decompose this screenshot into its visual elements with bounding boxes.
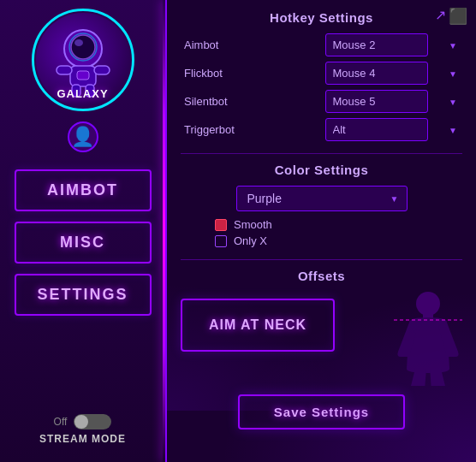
avatar-ring: GALAXY bbox=[32, 9, 134, 111]
svg-point-2 bbox=[74, 39, 83, 46]
human-silhouette bbox=[394, 292, 462, 386]
offsets-title: Offsets bbox=[181, 269, 462, 283]
smooth-label: Smooth bbox=[234, 218, 272, 231]
person-icon: 👤 bbox=[71, 126, 94, 148]
svg-point-10 bbox=[416, 292, 440, 316]
triggerbot-label: Triggerbot bbox=[181, 118, 318, 141]
triggerbot-select-wrapper: Alt Mouse 1 Mouse 2 Mouse 3 Mouse 4 Mous… bbox=[325, 118, 463, 141]
offsets-left: AIM AT NECK bbox=[181, 292, 385, 352]
flickbot-label: Flickbot bbox=[181, 62, 318, 85]
svg-point-1 bbox=[71, 35, 95, 59]
aimbot-select-wrapper: Mouse 2 Mouse 1 Mouse 3 Mouse 4 Mouse 5 … bbox=[325, 33, 463, 56]
sidebar-accent-line bbox=[163, 0, 165, 462]
aimbot-button[interactable]: AIMBOT bbox=[15, 169, 152, 211]
avatar-container: GALAXY bbox=[32, 9, 134, 111]
smooth-checkbox-row: Smooth bbox=[181, 218, 462, 231]
toggle-thumb bbox=[74, 415, 88, 429]
color-settings-title: Color Settings bbox=[181, 163, 462, 177]
silentbot-select[interactable]: Mouse 5 Mouse 1 Mouse 2 Mouse 3 Mouse 4 … bbox=[325, 90, 428, 113]
flickbot-select-wrapper: Mouse 4 Mouse 1 Mouse 2 Mouse 3 Mouse 5 … bbox=[325, 62, 463, 85]
save-settings-button[interactable]: Save Settings bbox=[238, 394, 405, 429]
brand-label: GALAXY bbox=[36, 87, 130, 100]
stream-toggle-row: Off bbox=[54, 414, 112, 429]
external-icon[interactable]: ⬛ bbox=[449, 7, 467, 26]
misc-button[interactable]: MISC bbox=[15, 222, 152, 264]
aimbot-label: Aimbot bbox=[181, 33, 318, 56]
hotkey-settings-title: Hotkey Settings bbox=[181, 10, 462, 25]
aim-at-neck-button[interactable]: AIM AT NECK bbox=[181, 299, 335, 352]
divider-2 bbox=[181, 259, 462, 260]
silentbot-label: Silentbot bbox=[181, 90, 318, 113]
user-icon: 👤 bbox=[68, 121, 98, 152]
hotkey-table: Aimbot Mouse 2 Mouse 1 Mouse 3 Mouse 4 M… bbox=[181, 33, 462, 141]
color-select-wrapper: Purple Red Blue Green Yellow bbox=[181, 186, 462, 211]
triggerbot-select[interactable]: Alt Mouse 1 Mouse 2 Mouse 3 Mouse 4 Mous… bbox=[325, 118, 428, 141]
svg-rect-8 bbox=[77, 71, 89, 80]
svg-rect-5 bbox=[94, 66, 110, 74]
save-settings-wrap: Save Settings bbox=[181, 394, 462, 429]
arrow-out-icon[interactable]: ↗ bbox=[435, 7, 446, 23]
silentbot-select-wrapper: Mouse 5 Mouse 1 Mouse 2 Mouse 3 Mouse 4 … bbox=[325, 90, 463, 113]
flickbot-select[interactable]: Mouse 4 Mouse 1 Mouse 2 Mouse 3 Mouse 5 … bbox=[325, 62, 428, 85]
color-settings-section: Color Settings Purple Red Blue Green Yel… bbox=[181, 163, 462, 247]
stream-mode-section: Off STREAM MODE bbox=[39, 414, 126, 453]
smooth-checkbox[interactable] bbox=[215, 219, 227, 231]
divider-1 bbox=[181, 153, 462, 154]
avatar-inner: GALAXY bbox=[36, 13, 130, 107]
stream-mode-label: STREAM MODE bbox=[39, 433, 126, 445]
aimbot-select[interactable]: Mouse 2 Mouse 1 Mouse 3 Mouse 4 Mouse 5 … bbox=[325, 33, 428, 56]
settings-button[interactable]: SETTINGS bbox=[15, 274, 152, 316]
offsets-row: AIM AT NECK bbox=[181, 292, 462, 386]
stream-off-label: Off bbox=[54, 416, 68, 428]
color-select[interactable]: Purple Red Blue Green Yellow bbox=[236, 186, 408, 211]
svg-rect-4 bbox=[57, 66, 72, 74]
only-x-label: Only X bbox=[234, 234, 267, 247]
only-x-checkbox-row: Only X bbox=[181, 234, 462, 247]
only-x-checkbox[interactable] bbox=[215, 235, 227, 247]
stream-mode-toggle[interactable] bbox=[74, 414, 111, 429]
main-content: ↗ ⬛ Hotkey Settings Aimbot Mouse 2 Mouse… bbox=[167, 0, 476, 462]
sidebar: GALAXY 👤 AIMBOT MISC SETTINGS Off STREAM… bbox=[0, 0, 167, 462]
